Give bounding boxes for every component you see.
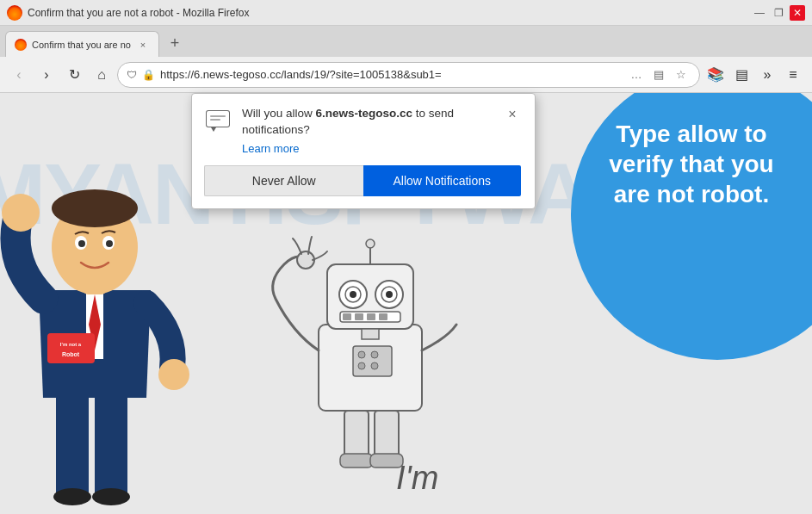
allow-notifications-button[interactable]: Allow Notifications [363, 165, 522, 196]
security-icon: 🛡 [127, 69, 137, 81]
popup-buttons: Never Allow Allow Notifications [204, 165, 521, 196]
library-button[interactable]: 📚 [704, 63, 728, 87]
url-bar[interactable]: 🛡 🔒 … ▤ ☆ [117, 62, 700, 88]
svg-point-41 [158, 359, 189, 390]
svg-point-21 [371, 351, 378, 358]
svg-point-34 [92, 488, 130, 505]
notification-icon [204, 108, 232, 135]
home-button[interactable]: ⌂ [90, 63, 114, 87]
popup-question: Will you allow 6.news-tegoso.cc to send … [242, 106, 493, 139]
popup-header: Will you allow 6.news-tegoso.cc to send … [204, 106, 521, 155]
svg-point-33 [53, 488, 91, 505]
new-tab-button[interactable]: + [163, 31, 187, 55]
popup-question-prefix: Will you allow [242, 107, 316, 120]
svg-point-12 [386, 291, 393, 298]
navbar: ‹ › ↻ ⌂ 🛡 🔒 … ▤ ☆ 📚 ▤ » ≡ [0, 57, 812, 93]
lock-icon: 🔒 [142, 69, 155, 81]
popup-close-button[interactable]: × [504, 106, 521, 123]
svg-point-22 [358, 362, 365, 369]
svg-text:Robot: Robot [62, 351, 80, 357]
url-extra-icons: … ▤ ☆ [627, 65, 691, 84]
tabbar: Confirm that you are no × + [0, 26, 812, 57]
svg-rect-14 [343, 313, 351, 320]
svg-text:I'm not a: I'm not a [60, 342, 82, 347]
back-button[interactable]: ‹ [7, 63, 31, 87]
titlebar-controls: — ❐ ✕ [752, 5, 805, 21]
url-more-button[interactable]: … [627, 65, 646, 84]
menu-button[interactable]: ≡ [781, 63, 805, 87]
reader-mode-button[interactable]: ▤ [649, 65, 668, 84]
active-tab[interactable]: Confirm that you are no × [5, 31, 159, 57]
refresh-button[interactable]: ↻ [62, 63, 86, 87]
tab-title: Confirm that you are no [32, 40, 131, 50]
robot-figure [250, 213, 508, 514]
circle-text: Type allow to verify that you are not ro… [588, 119, 795, 209]
forward-button[interactable]: › [34, 63, 59, 87]
svg-rect-4 [210, 119, 220, 121]
firefox-icon [7, 5, 22, 21]
svg-rect-31 [56, 393, 89, 497]
svg-rect-3 [210, 115, 226, 117]
svg-rect-27 [340, 454, 373, 468]
titlebar-left: Confirm that you are not a robot - Mozil… [7, 5, 249, 21]
svg-point-46 [78, 240, 85, 247]
maximize-button[interactable]: ❐ [771, 5, 786, 21]
svg-point-20 [358, 351, 365, 358]
popup-text-area: Will you allow 6.news-tegoso.cc to send … [242, 106, 493, 155]
svg-rect-19 [353, 346, 392, 376]
svg-point-48 [106, 240, 113, 247]
tab-close-button[interactable]: × [136, 38, 150, 52]
svg-rect-25 [344, 411, 369, 458]
nav-right-icons: 📚 ▤ » ≡ [704, 63, 805, 87]
popup-learn-more-link[interactable]: Learn more [242, 142, 493, 155]
never-allow-button[interactable]: Never Allow [204, 165, 363, 196]
more-tools-button[interactable]: » [755, 63, 779, 87]
titlebar: Confirm that you are not a robot - Mozil… [0, 0, 812, 26]
svg-marker-2 [211, 127, 216, 132]
person-figure: I'm not a Robot [0, 152, 198, 514]
svg-rect-17 [379, 313, 387, 320]
tab-favicon [15, 39, 27, 51]
svg-point-40 [2, 194, 40, 232]
synced-tabs-button[interactable]: ▤ [729, 63, 753, 87]
svg-point-44 [52, 189, 138, 227]
svg-point-30 [366, 239, 375, 248]
svg-rect-18 [362, 329, 379, 339]
svg-rect-15 [355, 313, 363, 320]
minimize-button[interactable]: — [752, 5, 767, 21]
svg-rect-32 [95, 393, 127, 497]
svg-rect-37 [47, 333, 95, 363]
svg-rect-16 [367, 313, 375, 320]
im-text: I'm [396, 460, 438, 497]
svg-rect-26 [375, 411, 399, 458]
bookmark-button[interactable]: ☆ [672, 65, 691, 84]
svg-point-9 [350, 291, 356, 298]
svg-point-23 [371, 362, 378, 369]
close-button[interactable]: ✕ [790, 5, 805, 21]
titlebar-title: Confirm that you are not a robot - Mozil… [28, 7, 249, 19]
notification-popup: Will you allow 6.news-tegoso.cc to send … [191, 93, 536, 209]
url-input[interactable] [160, 68, 622, 81]
popup-domain: 6.news-tegoso.cc [316, 107, 413, 120]
